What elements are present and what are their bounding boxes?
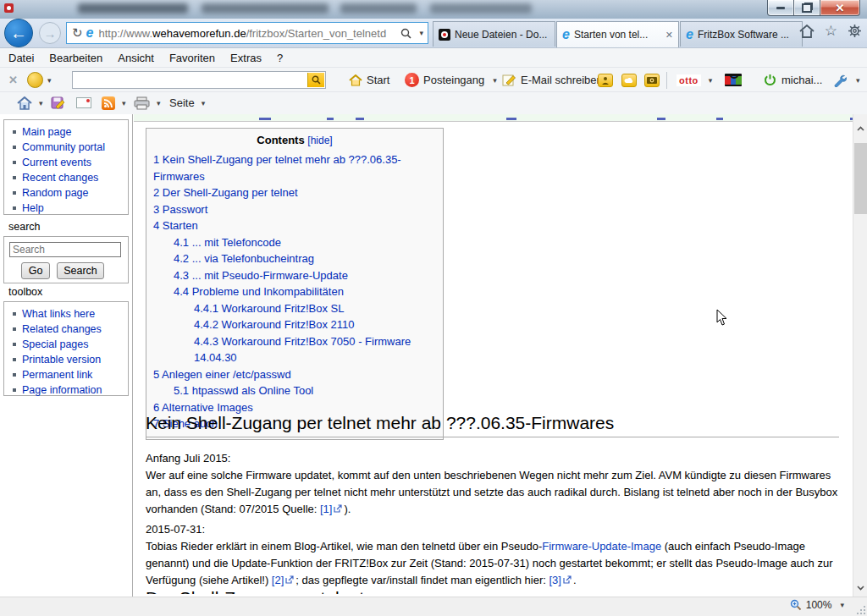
- sidebar-item-page-information[interactable]: Page information: [13, 382, 128, 398]
- go-button[interactable]: Go: [21, 262, 50, 279]
- zoom-control[interactable]: 100% ▾: [790, 599, 848, 611]
- chevron-down-icon[interactable]: ▾: [709, 76, 713, 85]
- minimize-button[interactable]: [767, 0, 794, 16]
- reference-link[interactable]: [2]: [272, 574, 284, 586]
- menu-bearbeiten[interactable]: Bearbeiten: [49, 50, 111, 66]
- close-button[interactable]: ✕: [820, 0, 860, 16]
- sidebar-link[interactable]: Current events: [22, 157, 91, 168]
- cloud-icon[interactable]: [621, 68, 637, 92]
- scroll-up-icon[interactable]: [853, 121, 867, 135]
- tab-fritzbox-software[interactable]: e FritzBox Software ...: [680, 21, 803, 47]
- shopping-bag-icon[interactable]: [725, 68, 742, 92]
- toolbar-compose-button[interactable]: E-Mail schreiben: [502, 68, 603, 92]
- menu-datei[interactable]: Datei: [8, 50, 42, 66]
- sidebar-link[interactable]: Printable version: [22, 354, 101, 366]
- refresh-icon[interactable]: ↻: [72, 25, 83, 41]
- address-dropdown-icon[interactable]: ▾: [419, 29, 423, 37]
- sidebar-item-printable-version[interactable]: Printable version: [13, 352, 128, 367]
- webde-logo-icon[interactable]: ▾: [27, 68, 56, 92]
- toc-item[interactable]: 4.3 ... mit Pseudo-Firmware-Update: [153, 267, 436, 284]
- toolbar-search-button[interactable]: [307, 73, 324, 87]
- wiki-link-firmware-update-image[interactable]: Firmware-Update-Image: [542, 540, 661, 553]
- sidebar-item-what-links-here[interactable]: What links here: [13, 306, 128, 322]
- address-bar[interactable]: ↻ e http://www.wehavemorefun.de/fritzbox…: [66, 22, 428, 44]
- toolbar-search-input[interactable]: [72, 71, 326, 89]
- menu-favoriten[interactable]: Favoriten: [169, 50, 224, 66]
- toc-item[interactable]: 4 Starten: [153, 217, 436, 234]
- sidebar-link[interactable]: Permanent link: [22, 369, 92, 381]
- account-button[interactable]: michai...: [764, 68, 822, 92]
- toc-hide-link[interactable]: [hide]: [307, 135, 332, 146]
- menu-hilfe[interactable]: ?: [277, 50, 291, 66]
- chevron-down-icon[interactable]: ▾: [39, 99, 43, 107]
- toc-item[interactable]: 1 Kein Shell-Zugang per telnet mehr ab ?…: [153, 151, 436, 184]
- toolbar-start-button[interactable]: Start: [349, 68, 389, 92]
- toc-item[interactable]: 4.4.3 Workaround Fritz!Box 7050 - Firmwa…: [153, 333, 436, 366]
- reference-link[interactable]: [1]: [320, 503, 332, 515]
- sidebar-link[interactable]: Page information: [22, 384, 102, 396]
- sidebar-link[interactable]: Related changes: [22, 323, 102, 335]
- sidebar-link[interactable]: Community portal: [22, 141, 105, 153]
- toc-item[interactable]: 3 Passwort: [153, 201, 436, 218]
- scroll-down-icon[interactable]: [853, 580, 867, 595]
- toc-item[interactable]: 4.2 ... via Telefonbucheintrag: [153, 250, 436, 267]
- reference-link[interactable]: [3]: [549, 574, 561, 586]
- zoom-dropdown-icon[interactable]: ▾: [840, 601, 844, 609]
- menu-extras[interactable]: Extras: [230, 50, 270, 66]
- read-mail-button[interactable]: [76, 92, 91, 113]
- favorites-star-icon[interactable]: ☆: [825, 24, 837, 38]
- resize-grip[interactable]: [855, 604, 865, 614]
- contacts-icon[interactable]: [598, 68, 613, 92]
- page-menu-button[interactable]: Seite ▾: [169, 92, 209, 113]
- tab-close-icon[interactable]: ✕: [665, 30, 673, 41]
- menu-ansicht[interactable]: Ansicht: [118, 50, 163, 66]
- tab-starten-von-telnetd-active[interactable]: e Starten von tel... ✕: [556, 21, 679, 47]
- sidebar-link[interactable]: Random page: [22, 187, 89, 199]
- sidebar-item-permanent-link[interactable]: Permanent link: [13, 367, 128, 382]
- sidebar-link[interactable]: Main page: [22, 126, 71, 138]
- restore-button[interactable]: [794, 0, 820, 16]
- home-icon[interactable]: [799, 25, 815, 38]
- otto-button[interactable]: otto ▾: [676, 68, 716, 92]
- vertical-scrollbar[interactable]: [853, 114, 867, 597]
- sidebar-item-special-pages[interactable]: Special pages: [13, 337, 128, 352]
- chevron-down-icon[interactable]: ▾: [47, 76, 52, 85]
- settings-gear-icon[interactable]: [848, 24, 862, 38]
- sidebar-item-random-page[interactable]: Random page: [13, 185, 128, 201]
- tab-neue-dateien[interactable]: Neue Dateien - Do...: [433, 21, 555, 47]
- home-page-button[interactable]: ▾: [17, 92, 47, 113]
- toc-item[interactable]: 4.4.2 Workaround Fritz!Box 2110: [153, 316, 436, 333]
- camera-icon[interactable]: [644, 68, 660, 92]
- search-button[interactable]: Search: [57, 262, 104, 279]
- chevron-down-icon[interactable]: ▾: [202, 99, 206, 107]
- sidebar-item-related-changes[interactable]: Related changes: [13, 322, 128, 337]
- sidebar-link[interactable]: What links here: [22, 308, 95, 320]
- sidebar-item-recent-changes[interactable]: Recent changes: [13, 170, 128, 185]
- toc-item[interactable]: 4.4.1 Workaround Fritz!Box SL: [153, 300, 436, 317]
- feeds-button[interactable]: ▾: [102, 92, 130, 113]
- sidebar-link[interactable]: Special pages: [22, 338, 89, 350]
- title-bar[interactable]: ✕: [0, 0, 867, 19]
- save-button[interactable]: [51, 92, 65, 113]
- sidebar-item-help[interactable]: Help: [13, 201, 128, 216]
- sidebar-item-current-events[interactable]: Current events: [13, 155, 128, 170]
- sidebar-link[interactable]: Help: [22, 202, 44, 214]
- wiki-search-input[interactable]: [9, 242, 121, 257]
- toolbar-settings-button[interactable]: ▾: [833, 68, 864, 92]
- url-text[interactable]: http://www.wehavemorefun.de/fritzbox/Sta…: [98, 27, 400, 40]
- chevron-down-icon[interactable]: ▾: [493, 76, 497, 85]
- toc-item[interactable]: 2 Der Shell-Zugang per telnet: [153, 184, 436, 201]
- forward-button[interactable]: →: [39, 22, 61, 44]
- toc-item[interactable]: 4.1 ... mit Telefoncode: [153, 234, 436, 251]
- toolbar-inbox-button[interactable]: 1 Posteingang ▾: [405, 68, 501, 92]
- chevron-down-icon[interactable]: ▾: [157, 99, 161, 107]
- toc-item[interactable]: 4.4 Probleme und Inkompabilitäten: [153, 283, 436, 300]
- toc-item[interactable]: 5.1 htpasswd als Online Tool: [153, 382, 436, 399]
- chevron-down-icon[interactable]: ▾: [122, 99, 126, 107]
- toc-item[interactable]: 5 Anlegen einer /etc/passwd: [153, 366, 436, 383]
- scrollbar-thumb[interactable]: [854, 143, 867, 214]
- sidebar-link[interactable]: Recent changes: [22, 172, 98, 184]
- search-icon[interactable]: [400, 28, 411, 39]
- print-button[interactable]: ▾: [134, 92, 165, 113]
- sidebar-item-community-portal[interactable]: Community portal: [13, 140, 128, 155]
